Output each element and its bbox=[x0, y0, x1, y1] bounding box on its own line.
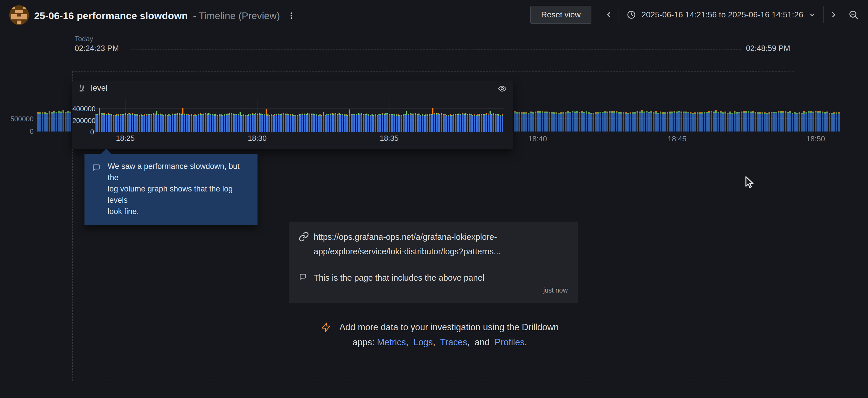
eye-icon bbox=[498, 84, 507, 93]
time-range-label: 2025-06-16 14:21:56 to 2025-06-16 14:51:… bbox=[642, 10, 803, 20]
comment-icon bbox=[91, 163, 101, 172]
overview-ytick-500000: 500000 bbox=[5, 115, 34, 123]
panel-visibility-button[interactable] bbox=[496, 83, 509, 94]
kebab-menu-icon bbox=[286, 11, 296, 21]
overview-ytick-0: 0 bbox=[5, 127, 34, 136]
link-icon bbox=[299, 231, 309, 242]
link-logs-drilldown[interactable]: Logs bbox=[413, 337, 433, 347]
annotation-arrow bbox=[101, 149, 112, 154]
separator: . bbox=[525, 337, 527, 347]
range-dashed-line bbox=[131, 50, 741, 50]
panel-title: level bbox=[91, 83, 107, 93]
caret-down-icon bbox=[808, 11, 816, 19]
panel-ytick-0: 0 bbox=[72, 128, 94, 136]
link-profiles-drilldown[interactable]: Profiles bbox=[495, 337, 525, 347]
time-range-picker[interactable]: 2025-06-16 14:21:56 to 2025-06-16 14:51:… bbox=[619, 6, 824, 24]
range-start-time: 02:24:23 PM bbox=[75, 44, 119, 53]
link-metrics-drilldown[interactable]: Metrics bbox=[377, 337, 406, 347]
separator: , bbox=[433, 337, 440, 347]
app-header: 25-06-16 performance slowdown - Timeline… bbox=[0, 0, 868, 32]
panel-xtick: 18:30 bbox=[240, 134, 275, 143]
log-volume-panel[interactable]: level 400000 200000 0 18:25 18:30 18:35 bbox=[72, 81, 513, 149]
link-card-timestamp: just now bbox=[544, 286, 568, 294]
drilldown-hint: Add more data to your investigation usin… bbox=[275, 322, 605, 348]
panel-xtick: 18:25 bbox=[108, 134, 143, 143]
link-card-message: This is the page that includes the above… bbox=[314, 273, 562, 283]
link-card[interactable]: https://ops.grafana-ops.net/a/grafana-lo… bbox=[289, 222, 578, 303]
level-bar-chart[interactable] bbox=[95, 98, 504, 132]
page-link[interactable]: https://ops.grafana-ops.net/a/grafana-lo… bbox=[314, 230, 568, 259]
panel-xtick: 18:35 bbox=[372, 134, 406, 143]
bolt-icon bbox=[321, 322, 331, 333]
page-subtitle: - Timeline (Preview) bbox=[193, 10, 280, 22]
range-end-time: 02:48:59 PM bbox=[746, 44, 795, 53]
chevron-right-icon bbox=[829, 10, 838, 19]
time-shift-forward-button[interactable] bbox=[824, 6, 843, 24]
separator: , bbox=[406, 337, 413, 347]
annotation-note[interactable]: We saw a performance slowdown, but the l… bbox=[85, 154, 257, 225]
app-logo[interactable] bbox=[9, 5, 29, 25]
log-volume-icon bbox=[78, 84, 87, 92]
overview-xtick: 18:45 bbox=[660, 134, 694, 143]
zoom-out-button[interactable] bbox=[843, 6, 864, 24]
arrow-cursor-icon bbox=[743, 175, 755, 189]
annotation-text: We saw a performance slowdown, but the l… bbox=[107, 161, 250, 217]
overview-xtick: 18:40 bbox=[520, 134, 555, 143]
clock-icon bbox=[626, 10, 636, 20]
day-label: Today bbox=[75, 35, 93, 43]
panel-ytick-400000: 400000 bbox=[72, 105, 94, 113]
hint-text-line1: Add more data to your investigation usin… bbox=[339, 322, 559, 333]
panel-ytick-200000: 200000 bbox=[72, 117, 94, 125]
overview-xtick: 18:50 bbox=[798, 134, 833, 143]
magnifier-minus-icon bbox=[848, 9, 859, 20]
reset-view-label: Reset view bbox=[541, 10, 581, 20]
link-traces-drilldown[interactable]: Traces bbox=[440, 337, 467, 347]
panel-header: level bbox=[72, 81, 513, 95]
time-shift-back-button[interactable] bbox=[599, 6, 619, 24]
chevron-left-icon bbox=[605, 10, 613, 19]
reset-view-button[interactable]: Reset view bbox=[530, 6, 591, 24]
separator: , and bbox=[467, 337, 495, 347]
kebab-menu-button[interactable] bbox=[285, 9, 298, 22]
page-title: 25-06-16 performance slowdown bbox=[34, 10, 188, 22]
comment-icon bbox=[298, 272, 307, 281]
mouse-cursor bbox=[743, 175, 755, 189]
hint-apps-prefix: apps: bbox=[352, 337, 374, 347]
